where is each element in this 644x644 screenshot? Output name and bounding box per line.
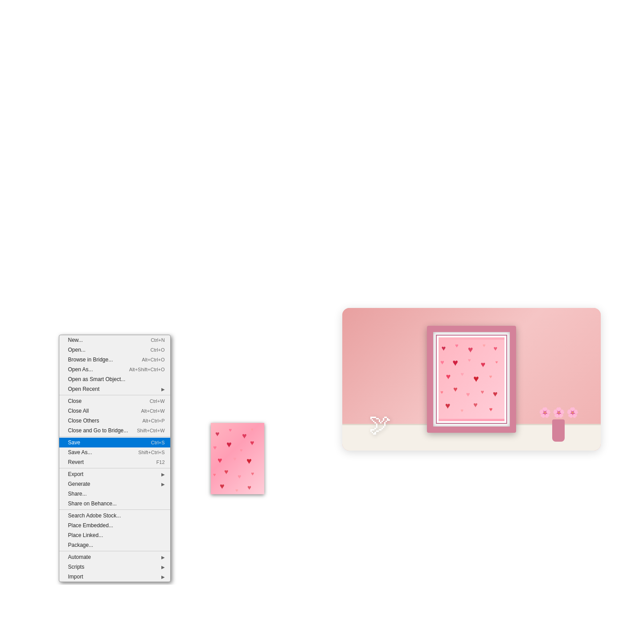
menu-item-new[interactable]: New...Ctrl+N — [59, 335, 170, 345]
svg-text:♥: ♥ — [480, 360, 485, 369]
menu-item-scripts[interactable]: Scripts▶ — [59, 562, 170, 572]
svg-text:♥: ♥ — [492, 390, 497, 398]
svg-text:♥: ♥ — [440, 359, 444, 366]
vase-body — [552, 419, 565, 442]
svg-text:♥: ♥ — [482, 343, 485, 348]
picture-frame: ♥ ♥ ♥ ♥ ♥ ♥ ♥ ♥ ♥ ♥ ♥ ♥ ♥ — [427, 326, 516, 433]
step-2: Layer View Transform Controls 100 200 30… — [336, 73, 607, 272]
menu-item-recent[interactable]: Open Recent▶ — [59, 384, 170, 394]
menu-item-open[interactable]: Open...Ctrl+O — [59, 345, 170, 355]
svg-text:♥: ♥ — [493, 345, 497, 352]
svg-text:♥: ♥ — [213, 444, 217, 451]
menu-item-place-linked[interactable]: Place Linked... — [59, 530, 170, 540]
svg-text:♥: ♥ — [229, 427, 232, 433]
menu-item-package[interactable]: Package... — [59, 540, 170, 550]
svg-text:♥: ♥ — [251, 471, 254, 477]
svg-text:♥: ♥ — [466, 391, 470, 398]
svg-text:♥: ♥ — [446, 372, 451, 381]
menu-item-close-all[interactable]: Close AllAlt+Ctrl+W — [59, 406, 170, 416]
svg-text:♥: ♥ — [240, 447, 243, 453]
svg-text:♥: ♥ — [247, 484, 251, 491]
svg-text:♥: ♥ — [495, 360, 498, 365]
divider-1 — [59, 395, 170, 395]
svg-text:♥: ♥ — [233, 455, 237, 462]
ps-canvas — [412, 105, 537, 204]
svg-text:♥: ♥ — [460, 408, 464, 413]
divider-3 — [59, 468, 170, 468]
menu-item-save-as[interactable]: Save As...Shift+Ctrl+S — [59, 447, 170, 457]
menu-item-behance[interactable]: Share on Behance... — [59, 499, 170, 509]
svg-text:♥: ♥ — [480, 389, 484, 395]
menu-item-place-embedded[interactable]: Place Embedded... — [59, 521, 170, 530]
svg-text:♥: ♥ — [226, 439, 232, 449]
svg-text:♥: ♥ — [213, 472, 216, 477]
menu-item-generate[interactable]: Generate▶ — [59, 479, 170, 489]
flower-1: 🌸 — [539, 407, 551, 418]
menu-item-open-as[interactable]: Open As...Alt+Shift+Ctrl+O — [59, 365, 170, 374]
svg-text:♥: ♥ — [238, 473, 241, 480]
svg-text:♥: ♥ — [246, 456, 252, 466]
file-dropdown-menu: New...Ctrl+N Open...Ctrl+O Browse in Bri… — [59, 335, 171, 582]
menu-item-adobe-stock[interactable]: Search Adobe Stock... — [59, 511, 170, 521]
flowers: 🌸 🌸 🌸 — [539, 407, 578, 418]
svg-text:♥: ♥ — [452, 357, 458, 368]
svg-text:♥: ♥ — [489, 406, 492, 413]
menu-item-import[interactable]: Import▶ — [59, 572, 170, 582]
dove-decoration: 🕊 — [369, 411, 391, 437]
svg-text:♥: ♥ — [440, 390, 443, 395]
svg-text:♥: ♥ — [250, 439, 254, 447]
svg-text:♥: ♥ — [235, 488, 238, 493]
flower-3: 🌸 — [566, 407, 578, 418]
svg-text:♥: ♥ — [224, 468, 229, 476]
menu-item-close-others[interactable]: Close OthersAlt+Ctrl+P — [59, 416, 170, 426]
ps-preview-canvas: ♥ ♥ ♥ ♥ ♥ ♥ ♥ ♥ ♥ ♥ — [211, 423, 264, 494]
svg-text:♥: ♥ — [242, 431, 247, 440]
svg-text:♥: ♥ — [251, 427, 254, 432]
svg-text:♥: ♥ — [445, 401, 450, 410]
menu-item-open-smart[interactable]: Open as Smart Object... — [59, 374, 170, 384]
flower-vase: 🌸 🌸 🌸 — [539, 407, 578, 442]
svg-text:♥: ♥ — [455, 342, 459, 349]
svg-text:♥: ♥ — [215, 430, 220, 438]
divider-4 — [59, 509, 170, 510]
ps-document-screenshot: Layer View Transform Controls 100 200 30… — [342, 73, 601, 217]
svg-text:♥: ♥ — [489, 374, 492, 379]
svg-text:♥: ♥ — [468, 357, 471, 363]
menu-item-export[interactable]: Export▶ — [59, 469, 170, 479]
divider-2 — [59, 436, 170, 437]
checkerboard-canvas — [412, 106, 537, 204]
svg-text:♥: ♥ — [473, 373, 479, 384]
svg-text:♥: ♥ — [217, 456, 222, 465]
hearts-artwork: ♥ ♥ ♥ ♥ ♥ ♥ ♥ ♥ ♥ ♥ — [211, 423, 264, 494]
svg-text:♥: ♥ — [220, 482, 225, 491]
menu-item-browse[interactable]: Browse in Bridge...Alt+Ctrl+O — [59, 355, 170, 365]
svg-text:♥: ♥ — [453, 385, 457, 394]
steps-grid: Layers History 🔍 Kind ▾ 🖼 ◎ T ⊞ ⊟ — [37, 73, 607, 610]
menu-item-automate[interactable]: Automate▶ — [59, 552, 170, 562]
final-result-screenshot: ♥ ♥ ♥ ♥ ♥ ♥ ♥ ♥ ♥ ♥ ♥ ♥ ♥ — [342, 308, 601, 451]
svg-text:♥: ♥ — [468, 345, 473, 354]
divider-5 — [59, 551, 170, 551]
svg-text:♥: ♥ — [441, 344, 446, 353]
menu-item-close[interactable]: CloseCtrl+W — [59, 396, 170, 406]
menu-item-revert[interactable]: RevertF12 — [59, 457, 170, 467]
svg-text:♥: ♥ — [473, 401, 478, 409]
final-scene: ♥ ♥ ♥ ♥ ♥ ♥ ♥ ♥ ♥ ♥ ♥ ♥ ♥ — [342, 308, 601, 451]
menu-item-share[interactable]: Share... — [59, 489, 170, 499]
menu-item-close-bridge[interactable]: Close and Go to Bridge...Shift+Ctrl+W — [59, 426, 170, 435]
svg-text:♥: ♥ — [460, 371, 464, 377]
flower-2: 🌸 — [553, 407, 565, 418]
menu-item-save[interactable]: SaveCtrl+S — [59, 438, 170, 447]
